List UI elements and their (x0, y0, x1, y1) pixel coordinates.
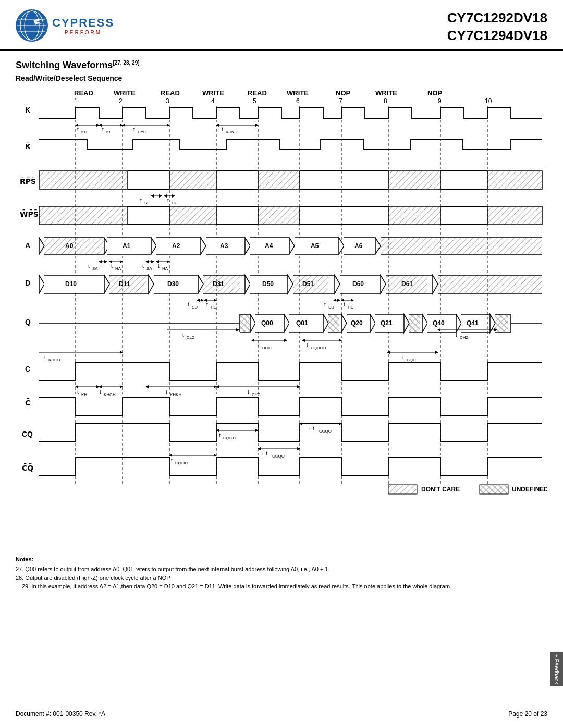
note-28: 28. Output are disabled (High-Z) one clo… (16, 574, 547, 583)
svg-text:t: t (158, 263, 160, 269)
section-superscript: [27, 28, 29] (113, 60, 139, 66)
svg-text:A6: A6 (354, 242, 363, 250)
svg-text:R̄P̄S̄: R̄P̄S̄ (20, 176, 36, 186)
svg-rect-65 (258, 171, 300, 189)
svg-text:Q20: Q20 (351, 319, 363, 327)
svg-text:SD: SD (192, 305, 198, 310)
svg-marker-159 (104, 275, 109, 293)
svg-text:Q21: Q21 (381, 319, 393, 327)
section-title: Switching Waveforms[27, 28, 29] (16, 60, 547, 71)
svg-text:D30: D30 (167, 280, 179, 288)
svg-marker-127 (289, 238, 295, 254)
svg-text:WRITE: WRITE (375, 89, 397, 97)
doc-number: Document #: 001-00350 Rev. *A (16, 710, 105, 718)
svg-text:A5: A5 (311, 242, 319, 250)
svg-text:KHKH: KHKH (170, 392, 181, 397)
logo-icon (16, 9, 48, 42)
svg-text:C̄: C̄ (25, 398, 30, 407)
svg-text:t: t (111, 263, 113, 269)
svg-text:t: t (140, 198, 142, 203)
page-number: Page 20 of 23 (508, 710, 547, 718)
svg-text:DOH: DOH (262, 346, 272, 350)
svg-text:t: t (142, 263, 144, 269)
svg-text:t: t (100, 389, 101, 395)
svg-text:KHCH: KHCH (104, 392, 116, 397)
svg-text:CYC: CYC (138, 130, 146, 134)
logo-area: CYPRESS PERFORM (16, 9, 114, 42)
note-27: 27. Q00 refers to output from address A0… (16, 565, 547, 574)
svg-text:D60: D60 (352, 280, 364, 288)
svg-marker-117 (201, 238, 206, 254)
svg-marker-112 (151, 238, 156, 254)
svg-text:t: t (167, 198, 169, 203)
svg-rect-91 (388, 206, 440, 225)
svg-rect-67 (388, 171, 440, 189)
svg-text:SA: SA (92, 266, 98, 271)
svg-text:t: t (402, 354, 404, 360)
svg-text:D50: D50 (262, 280, 274, 288)
svg-text:C: C (25, 365, 30, 373)
svg-marker-240 (404, 314, 409, 332)
svg-rect-195 (438, 275, 542, 293)
svg-marker-193 (433, 275, 438, 293)
svg-marker-244 (422, 314, 427, 332)
svg-marker-137 (375, 238, 381, 254)
svg-text:KHKH: KHKH (226, 130, 237, 134)
svg-text:CQOH: CQOH (223, 436, 236, 440)
svg-text:CLZ: CLZ (187, 335, 194, 340)
svg-text:t: t (182, 332, 184, 338)
svg-text:t: t (456, 332, 457, 338)
svg-text:A0: A0 (65, 242, 74, 250)
svg-marker-154 (39, 275, 44, 293)
svg-text:CQ: CQ (22, 430, 33, 438)
svg-marker-183 (335, 275, 340, 293)
svg-marker-226 (323, 314, 328, 332)
svg-text:CYC: CYC (252, 392, 261, 397)
svg-text:CCQO: CCQO (272, 454, 285, 459)
svg-rect-105 (44, 238, 104, 254)
svg-text:DON'T CARE: DON'T CARE (421, 486, 460, 493)
svg-text:Q00: Q00 (261, 319, 273, 327)
logo-text-area: CYPRESS PERFORM (52, 16, 114, 35)
svg-text:CQD: CQD (407, 357, 416, 362)
svg-text:CQDOH: CQDOH (311, 346, 326, 350)
svg-text:D: D (25, 279, 30, 287)
svg-text:CQOH: CQOH (175, 461, 188, 465)
svg-text:10: 10 (485, 97, 492, 105)
svg-rect-69 (487, 171, 542, 189)
svg-text:t: t (88, 263, 90, 269)
header: CYPRESS PERFORM CY7C1292DV18 CY7C1294DV1… (0, 0, 563, 51)
svg-text:A4: A4 (265, 242, 273, 250)
svg-text:KHCH: KHCH (48, 357, 60, 362)
svg-text:A2: A2 (172, 242, 180, 250)
svg-text:t: t (307, 342, 308, 348)
svg-text:←t: ←t (308, 426, 314, 431)
svg-text:SD: SD (328, 305, 334, 310)
svg-text:D51: D51 (302, 280, 314, 288)
svg-text:SC: SC (144, 201, 150, 205)
svg-text:t: t (188, 302, 189, 307)
svg-rect-139 (381, 238, 542, 254)
svg-text:HA: HA (115, 266, 121, 271)
svg-text:t: t (324, 302, 326, 307)
svg-text:KH: KH (81, 392, 87, 397)
chip-title: CY7C1292DV18 CY7C1294DV18 (447, 9, 547, 45)
svg-text:3: 3 (166, 97, 169, 105)
svg-rect-241 (409, 314, 420, 332)
feedback-button[interactable]: + Feedback (550, 652, 563, 686)
svg-text:WRITE: WRITE (114, 89, 136, 97)
svg-text:7: 7 (339, 97, 342, 105)
svg-text:t: t (258, 342, 260, 348)
perform-label: PERFORM (52, 30, 114, 35)
svg-text:D11: D11 (119, 280, 130, 288)
svg-rect-255 (495, 314, 508, 332)
svg-text:Q41: Q41 (467, 319, 479, 327)
svg-text:D61: D61 (401, 280, 413, 288)
svg-text:4: 4 (211, 97, 215, 105)
svg-rect-85 (39, 206, 128, 225)
svg-text:HD: HD (348, 305, 354, 310)
svg-text:Q40: Q40 (433, 319, 445, 327)
svg-text:K̄: K̄ (25, 141, 31, 151)
svg-text:t: t (222, 127, 223, 132)
notes-section: Notes: 27. Q00 refers to output from add… (16, 555, 547, 591)
